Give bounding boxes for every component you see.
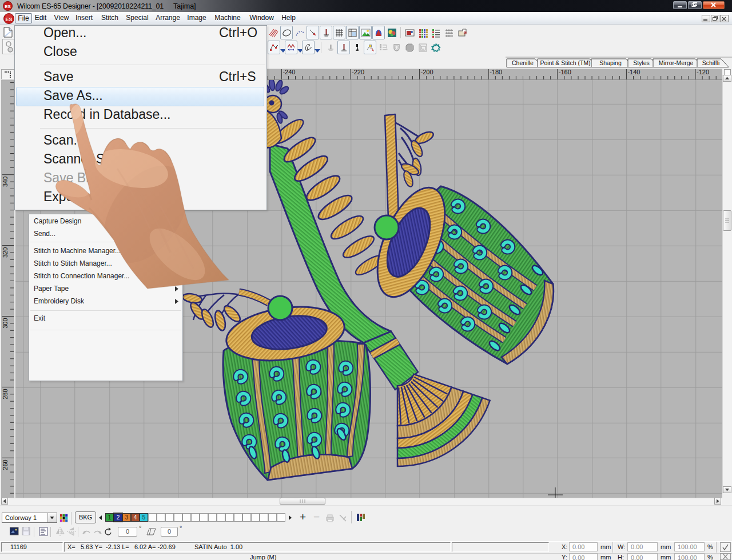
svg-text:-140: -140	[627, 69, 640, 75]
svg-text:Styles: Styles	[633, 59, 650, 66]
svg-text:280: 280	[2, 389, 9, 399]
svg-text:-160: -160	[559, 69, 571, 75]
svg-text:Schiffli: Schiffli	[702, 59, 720, 66]
svg-text:-200: -200	[421, 69, 433, 75]
svg-text:340: 340	[2, 177, 9, 187]
svg-text:Shaping: Shaping	[599, 59, 622, 66]
svg-text:260: 260	[2, 459, 9, 470]
svg-text:-240: -240	[283, 69, 295, 75]
svg-text:-220: -220	[352, 69, 364, 75]
svg-text:320: 320	[2, 247, 9, 258]
svg-text:-180: -180	[490, 69, 502, 75]
svg-text:Mirror-Merge: Mirror-Merge	[659, 59, 694, 66]
svg-text:Point & Stitch (TM): Point & Stitch (TM)	[540, 59, 590, 66]
svg-text:300: 300	[2, 318, 9, 329]
svg-text:ES: ES	[5, 17, 12, 22]
svg-text:ES: ES	[5, 4, 11, 9]
svg-text:-120: -120	[697, 69, 709, 75]
svg-text:Chenille: Chenille	[512, 59, 534, 66]
